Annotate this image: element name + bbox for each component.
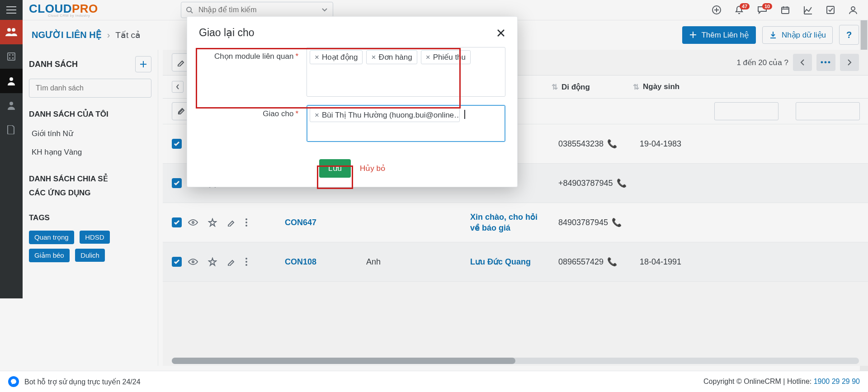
messenger-icon[interactable] bbox=[8, 376, 19, 387]
menu-toggle-icon[interactable] bbox=[0, 0, 23, 20]
row-checkbox[interactable] bbox=[172, 139, 182, 149]
phone-icon[interactable]: 📞 bbox=[607, 257, 617, 266]
filter-mobile-input[interactable] bbox=[714, 102, 778, 120]
svg-point-25 bbox=[851, 7, 855, 10]
eye-icon[interactable] bbox=[188, 258, 198, 265]
module-chip[interactable]: ×Đơn hàng bbox=[366, 50, 417, 64]
pager-next[interactable] bbox=[840, 54, 859, 71]
search-icon bbox=[181, 6, 198, 14]
list-item[interactable]: Giới tính Nữ bbox=[29, 124, 151, 143]
eye-icon[interactable] bbox=[188, 219, 198, 226]
pager-menu[interactable]: ••• bbox=[816, 54, 835, 71]
rail-person-icon[interactable] bbox=[0, 69, 23, 93]
assignee-multiselect[interactable]: ×Bùi Thị Thu Hường (huong.bui@online… bbox=[307, 105, 505, 142]
chat-badge: 10 bbox=[762, 3, 772, 9]
text-cursor bbox=[464, 110, 465, 119]
star-icon[interactable] bbox=[208, 257, 217, 266]
cancel-button[interactable]: Hủy bỏ bbox=[360, 164, 385, 173]
row-phone: 0896557429 bbox=[558, 257, 604, 266]
breadcrumb-module[interactable]: NGƯỜI LIÊN HỆ bbox=[32, 29, 102, 40]
assignee-chip[interactable]: ×Bùi Thị Thu Hường (huong.bui@online… bbox=[310, 108, 460, 122]
save-button[interactable]: Lưu bbox=[319, 159, 351, 178]
rail-doc-icon[interactable] bbox=[0, 118, 23, 142]
row-dob: 19-04-1983 bbox=[640, 139, 681, 149]
tag-chip[interactable]: HDSD bbox=[80, 231, 110, 244]
col-dob[interactable]: ⇅Ngày sinh bbox=[633, 82, 679, 92]
calendar-icon[interactable] bbox=[780, 5, 790, 15]
svg-point-42 bbox=[245, 218, 247, 220]
tag-chip[interactable]: Dulich bbox=[75, 249, 105, 262]
svg-point-3 bbox=[7, 28, 11, 32]
row-name[interactable]: Xin chào, cho hỏi về báo giá bbox=[470, 212, 547, 234]
row-code[interactable]: CON108 bbox=[285, 257, 316, 267]
list-search-input[interactable] bbox=[35, 84, 146, 93]
hotline-link[interactable]: 1900 29 29 90 bbox=[814, 378, 860, 385]
edit-icon[interactable] bbox=[227, 258, 235, 266]
logo[interactable]: CLOUDPRO Cloud CRM by Industry bbox=[23, 0, 149, 20]
phone-icon[interactable]: 📞 bbox=[607, 139, 617, 148]
edit-icon[interactable] bbox=[227, 218, 235, 227]
bot-text: Bot hỗ trợ sử dụng trực tuyến 24/24 bbox=[24, 378, 141, 386]
remove-icon[interactable]: × bbox=[426, 53, 430, 62]
filter-dob-input[interactable] bbox=[796, 102, 860, 120]
my-lists: Giới tính Nữ KH hạng Vàng bbox=[29, 124, 151, 161]
rail-contacts-icon[interactable] bbox=[0, 20, 23, 44]
global-search[interactable] bbox=[181, 2, 333, 18]
add-contact-button[interactable]: Thêm Liên hệ bbox=[682, 26, 756, 44]
help-button[interactable]: ? bbox=[839, 25, 859, 45]
add-list-button[interactable] bbox=[135, 56, 151, 72]
table-row: CON108 Anh Lưu Đức Quang 0896557429📞 18-… bbox=[163, 242, 868, 282]
shared-lists-title[interactable]: DANH SÁCH CHIA SẺ bbox=[29, 172, 151, 186]
add-contact-label: Thêm Liên hệ bbox=[701, 30, 749, 40]
star-icon[interactable] bbox=[208, 218, 217, 227]
row-checkbox[interactable] bbox=[172, 217, 182, 227]
bell-icon[interactable]: 47 bbox=[734, 5, 744, 15]
reassign-modal: Giao lại cho Chọn module liên quan* ×Hoạ… bbox=[187, 16, 518, 187]
more-icon[interactable] bbox=[245, 218, 248, 227]
apps-title[interactable]: CÁC ỨNG DỤNG bbox=[29, 186, 151, 200]
col-mobile[interactable]: ⇅Di động bbox=[552, 82, 590, 92]
svg-point-11 bbox=[9, 102, 13, 105]
check-icon[interactable] bbox=[826, 5, 835, 15]
global-search-input[interactable] bbox=[198, 5, 316, 14]
module-chip[interactable]: ×Hoạt động bbox=[310, 50, 363, 64]
tag-chip[interactable]: Giảm béo bbox=[29, 249, 70, 262]
phone-icon[interactable]: 📞 bbox=[612, 218, 622, 227]
row-checkbox[interactable] bbox=[172, 178, 182, 188]
row-salutation: Anh bbox=[366, 257, 381, 267]
collapse-icon[interactable] bbox=[172, 81, 184, 93]
top-icons: 47 10 bbox=[712, 0, 858, 20]
chat-icon[interactable]: 10 bbox=[757, 5, 768, 15]
row-name[interactable]: Lưu Đức Quang bbox=[470, 257, 531, 267]
row-phone: 0385543238 bbox=[558, 139, 604, 148]
add-icon[interactable] bbox=[712, 5, 722, 15]
module-chip[interactable]: ×Phiếu thu bbox=[421, 50, 471, 64]
phone-icon[interactable]: 📞 bbox=[617, 179, 627, 188]
list-item[interactable]: KH hạng Vàng bbox=[29, 143, 151, 161]
remove-icon[interactable]: × bbox=[371, 53, 376, 62]
module-multiselect[interactable]: ×Hoạt động ×Đơn hàng ×Phiếu thu bbox=[307, 47, 505, 97]
analytics-icon[interactable] bbox=[803, 5, 813, 15]
svg-point-4 bbox=[12, 28, 15, 32]
hotline-label: Hotline: bbox=[787, 378, 814, 385]
rail-building-icon[interactable] bbox=[0, 44, 23, 69]
pager-prev[interactable] bbox=[793, 54, 812, 71]
more-icon[interactable] bbox=[245, 257, 248, 266]
svg-point-49 bbox=[245, 264, 247, 266]
svg-rect-5 bbox=[8, 53, 15, 60]
row-checkbox[interactable] bbox=[172, 257, 182, 267]
modal-title: Giao lại cho bbox=[199, 27, 255, 39]
list-search[interactable] bbox=[29, 79, 151, 98]
row-code[interactable]: CON647 bbox=[285, 218, 316, 227]
svg-point-44 bbox=[245, 225, 247, 227]
tag-chip[interactable]: Quan trọng bbox=[29, 231, 74, 244]
import-button[interactable]: Nhập dữ liệu bbox=[762, 26, 833, 44]
profile-icon[interactable] bbox=[848, 5, 858, 15]
horizontal-scrollbar[interactable] bbox=[172, 358, 859, 364]
remove-icon[interactable]: × bbox=[315, 53, 319, 62]
rail-user-icon[interactable] bbox=[0, 93, 23, 118]
module-label: Chọn module liên quan bbox=[214, 52, 293, 61]
chevron-down-icon[interactable] bbox=[316, 8, 333, 12]
close-icon[interactable] bbox=[496, 28, 505, 38]
remove-icon[interactable]: × bbox=[315, 111, 319, 120]
